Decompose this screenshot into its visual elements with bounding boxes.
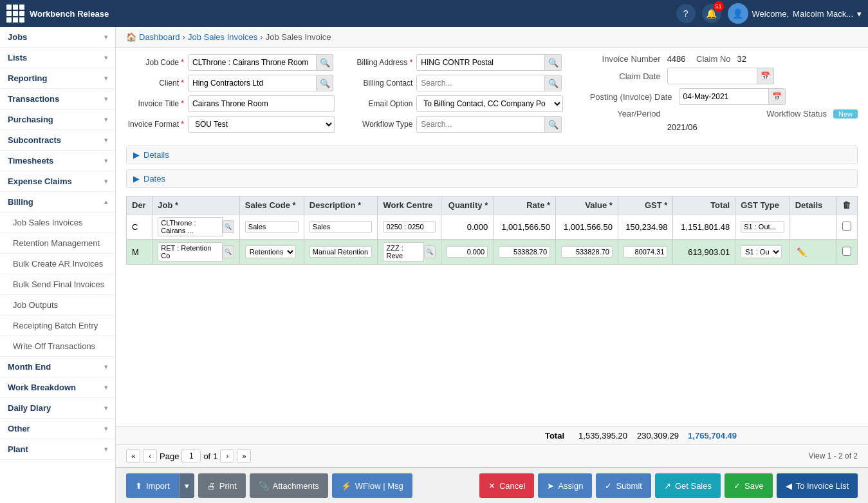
save-button[interactable]: ✓ Save [725, 473, 773, 498]
sidebar-item-lists[interactable]: Lists ▾ [0, 48, 115, 68]
billing-address-search-button[interactable]: 🔍 [545, 54, 562, 71]
cell-wc-2[interactable]: ZZZ : Reve 🔍 [378, 240, 441, 265]
job-search-btn-1[interactable]: 🔍 [223, 220, 234, 233]
work-centre-input-1[interactable] [383, 221, 435, 233]
cell-desc-1[interactable] [304, 214, 378, 240]
last-page-button[interactable]: » [237, 449, 251, 463]
sidebar-item-job-sales-invoices[interactable]: Job Sales Invoices [0, 213, 115, 233]
invoice-format-select[interactable]: SOU Test [188, 116, 335, 133]
get-sales-button[interactable]: ↗ Get Sales [655, 473, 721, 498]
cell-rate-2[interactable] [494, 240, 556, 265]
sidebar-item-plant[interactable]: Plant ▾ [0, 439, 115, 460]
billing-address-input[interactable] [416, 54, 545, 71]
sidebar-item-receipting-batch[interactable]: Receipting Batch Entry [0, 316, 115, 336]
posting-date-input[interactable] [679, 88, 769, 105]
claim-date-input[interactable] [667, 68, 757, 84]
breadcrumb-job-sales-invoices[interactable]: Job Sales Invoices [188, 32, 257, 42]
sidebar-item-work-breakdown[interactable]: Work Breakdown ▾ [0, 377, 115, 398]
cell-gsttype-1[interactable] [735, 214, 790, 240]
app-logo: Workbench Release [6, 5, 109, 23]
sidebar-item-reporting[interactable]: Reporting ▾ [0, 68, 115, 89]
attachments-button[interactable]: 📎 Attachments [250, 473, 328, 498]
wc-search-btn-2[interactable]: 🔍 [424, 245, 436, 258]
value-input-2[interactable] [561, 246, 613, 258]
dates-section: ▶ Dates [126, 169, 858, 188]
first-page-button[interactable]: « [126, 449, 140, 463]
import-button[interactable]: ⬆ Import [126, 473, 179, 498]
sales-code-select-2[interactable]: Retentions [245, 245, 296, 258]
of-label: of [203, 451, 210, 461]
edit-icon-btn-2[interactable]: ✏️ [795, 246, 808, 258]
posting-date-label: Posting (Invoice) Date [590, 92, 672, 102]
workflow-type-input[interactable] [416, 116, 545, 133]
prev-page-button[interactable]: ‹ [143, 449, 157, 463]
cell-details-2[interactable]: ✏️ [790, 240, 836, 265]
sidebar-item-write-off[interactable]: Write Off Transactions [0, 336, 115, 357]
sidebar-item-bulk-send-final[interactable]: Bulk Send Final Invoices [0, 274, 115, 295]
sidebar-item-subcontracts[interactable]: Subcontracts ▾ [0, 130, 115, 151]
assign-button[interactable]: ➤ Assign [538, 473, 592, 498]
delete-checkbox-2[interactable] [842, 247, 851, 256]
cancel-button[interactable]: ✕ Cancel [479, 473, 534, 498]
sidebar-item-retention-management[interactable]: Retention Management [0, 233, 115, 254]
cell-del-2[interactable] [836, 240, 857, 265]
next-page-button[interactable]: › [220, 449, 234, 463]
billing-contact-input[interactable] [416, 75, 545, 91]
cell-value-2[interactable] [556, 240, 618, 265]
sidebar-item-month-end[interactable]: Month End ▾ [0, 357, 115, 377]
cell-del-1[interactable] [836, 214, 857, 240]
import-dropdown-button[interactable]: ▾ [179, 473, 194, 498]
print-button[interactable]: 🖨 Print [198, 473, 246, 498]
gst-input-2[interactable] [623, 246, 668, 258]
delete-checkbox-1[interactable] [842, 222, 851, 231]
cell-desc-2[interactable] [304, 240, 378, 265]
notification-bell[interactable]: 🔔 51 [702, 4, 721, 23]
dates-header[interactable]: ▶ Dates [127, 170, 857, 187]
job-code-input[interactable] [188, 54, 317, 71]
description-input-1[interactable] [309, 221, 373, 233]
cell-sales-2[interactable]: Retentions [239, 240, 304, 265]
wflow-button[interactable]: ⚡ WFlow | Msg [332, 473, 412, 498]
page-input[interactable] [181, 450, 201, 462]
sidebar-item-purchasing[interactable]: Purchasing ▾ [0, 109, 115, 130]
rate-input-2[interactable] [499, 246, 550, 258]
sidebar-item-bulk-create-ar[interactable]: Bulk Create AR Invoices [0, 254, 115, 274]
job-code-search-button[interactable]: 🔍 [317, 54, 333, 71]
cell-gst-2[interactable] [618, 240, 673, 265]
posting-date-calendar-button[interactable]: 📅 [769, 88, 786, 105]
invoice-title-input[interactable] [188, 95, 335, 112]
client-search-button[interactable]: 🔍 [317, 75, 333, 91]
sidebar-item-job-outputs[interactable]: Job Outputs [0, 295, 115, 316]
sidebar-item-expense-claims[interactable]: Expense Claims ▾ [0, 171, 115, 192]
breadcrumb-dashboard[interactable]: Dashboard [139, 32, 180, 42]
workflow-type-search-button[interactable]: 🔍 [545, 116, 562, 133]
email-option-select[interactable]: To Billing Contact, CC Company Po [416, 95, 563, 112]
sales-code-input-1[interactable] [245, 221, 299, 233]
cell-qty-2[interactable] [441, 240, 494, 265]
invoice-number-label: Invoice Number [590, 54, 661, 64]
cell-wc-1[interactable] [378, 214, 441, 240]
user-menu[interactable]: 👤 Welcome, Malcolm Mack... ▾ [728, 3, 862, 24]
sidebar-item-billing[interactable]: Billing ▴ [0, 192, 115, 213]
description-input-2[interactable] [309, 246, 373, 258]
gst-type-select-2[interactable]: S1 : Ou [741, 245, 782, 258]
sidebar-item-jobs[interactable]: Jobs ▾ [0, 27, 115, 48]
gst-type-input-1[interactable] [741, 221, 784, 233]
sidebar-item-timesheets[interactable]: Timesheets ▾ [0, 151, 115, 171]
job-search-btn-2[interactable]: 🔍 [223, 245, 234, 258]
qty-input-2[interactable] [447, 246, 488, 258]
billing-contact-search-button[interactable]: 🔍 [545, 75, 562, 91]
details-header[interactable]: ▶ Details [127, 146, 857, 164]
claim-date-calendar-button[interactable]: 📅 [757, 68, 774, 84]
client-input[interactable] [188, 75, 317, 91]
help-button[interactable]: ? [676, 4, 696, 23]
to-invoice-list-button[interactable]: ◀ To Invoice List [777, 473, 858, 498]
sidebar-item-transactions[interactable]: Transactions ▾ [0, 89, 115, 109]
print-label: Print [219, 481, 237, 491]
cell-sales-1[interactable] [239, 214, 304, 240]
home-icon[interactable]: 🏠 [126, 32, 136, 42]
sidebar-item-other[interactable]: Other ▾ [0, 419, 115, 439]
submit-button[interactable]: ✓ Submit [596, 473, 651, 498]
cell-gsttype-2[interactable]: S1 : Ou [735, 240, 790, 265]
sidebar-item-daily-diary[interactable]: Daily Diary ▾ [0, 398, 115, 419]
